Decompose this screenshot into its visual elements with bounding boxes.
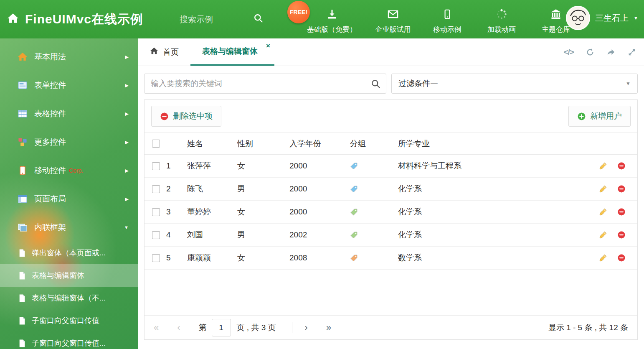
view-source-icon[interactable]: </> xyxy=(564,48,574,57)
column-header-group[interactable]: 分组 xyxy=(350,133,398,155)
filter-row: 过滤条件一 ▼ xyxy=(138,66,644,99)
free-badge: FREE! xyxy=(287,1,310,23)
row-index: 1 xyxy=(166,155,187,178)
row-checkbox[interactable] xyxy=(152,208,160,216)
share-icon[interactable] xyxy=(606,48,616,57)
delete-selected-button[interactable]: 删除选中项 xyxy=(151,106,221,127)
header-search-input[interactable] xyxy=(180,11,244,28)
sidebar-subitem-popup-window[interactable]: 弹出窗体（本页面或... xyxy=(0,242,138,264)
tab-bar: 首页 表格与编辑窗体 × </> xyxy=(138,38,644,66)
sidebar: 基本用法 ▶ 表单控件 ▶ 表格控件 ▶ xyxy=(0,38,138,349)
nav-enterprise-trial[interactable]: 企业版试用 xyxy=(375,8,411,34)
header-nav: 基础版（免费） 企业版试用 移动示例 加载动画 xyxy=(307,0,574,38)
major-link[interactable]: 材料科学与工程系 xyxy=(398,161,461,170)
tag-icon[interactable] xyxy=(350,162,398,170)
chevron-right-icon: ▶ xyxy=(125,196,129,202)
tab-home[interactable]: 首页 xyxy=(138,38,190,66)
row-checkbox[interactable] xyxy=(152,162,160,170)
delete-icon[interactable] xyxy=(617,231,626,239)
mail-icon xyxy=(387,8,399,22)
nav-basic-free[interactable]: 基础版（免费） xyxy=(307,8,357,34)
table-icon xyxy=(18,109,28,119)
next-page-button[interactable]: › xyxy=(305,323,308,332)
search-icon[interactable] xyxy=(371,79,381,91)
tag-icon[interactable] xyxy=(350,208,398,216)
major-link[interactable]: 数学系 xyxy=(398,253,422,262)
chevron-down-icon: ▼ xyxy=(626,81,631,87)
sidebar-item-basic-usage[interactable]: 基本用法 ▶ xyxy=(0,43,138,71)
sidebar-item-label: 表单控件 xyxy=(34,80,66,91)
app-window: FineUIMvc在线示例 FREE! 基础版（免费） 企业版试用 xyxy=(0,0,644,349)
row-checkbox[interactable] xyxy=(152,231,160,239)
tag-icon[interactable] xyxy=(350,231,398,239)
edit-icon[interactable] xyxy=(599,231,607,239)
row-checkbox[interactable] xyxy=(152,254,160,262)
blocks-icon xyxy=(18,137,28,147)
chevron-right-icon: ▶ xyxy=(125,83,129,88)
add-user-button[interactable]: 新增用户 xyxy=(568,106,631,127)
column-header-gender[interactable]: 性别 xyxy=(237,133,289,155)
edit-icon[interactable] xyxy=(599,208,607,216)
sidebar-item-page-layout[interactable]: 页面布局 ▶ xyxy=(0,185,138,213)
delete-icon[interactable] xyxy=(617,208,626,216)
sidebar-subitem-child-to-parent-2[interactable]: 子窗口向父窗口传值... xyxy=(0,332,138,349)
tag-icon[interactable] xyxy=(350,254,398,262)
keyword-search-input[interactable] xyxy=(144,74,386,94)
major-link[interactable]: 化学系 xyxy=(398,184,422,193)
row-name: 陈飞 xyxy=(187,178,237,201)
column-header-actions xyxy=(589,133,637,155)
sidebar-subitem-child-to-parent[interactable]: 子窗口向父窗口传值 xyxy=(0,309,138,332)
sidebar-subitem-grid-edit-window[interactable]: 表格与编辑窗体 xyxy=(0,264,138,287)
delete-icon[interactable] xyxy=(617,254,626,262)
table-row: 5 康颖颖 女 2008 数学系 xyxy=(145,247,637,270)
edit-icon[interactable] xyxy=(599,254,607,262)
sidebar-item-mobile-controls[interactable]: 移动控件 Corp. ▶ xyxy=(0,156,138,185)
tab-grid-edit-window[interactable]: 表格与编辑窗体 × xyxy=(190,38,274,66)
sidebar-item-iframe[interactable]: 内联框架 ▼ xyxy=(0,213,138,242)
nav-loading-animation[interactable]: 加载动画 xyxy=(484,8,520,34)
close-icon[interactable]: × xyxy=(266,42,270,50)
home-icon xyxy=(150,46,159,58)
major-link[interactable]: 化学系 xyxy=(398,230,422,239)
layout-icon xyxy=(18,194,28,204)
expand-icon[interactable] xyxy=(627,48,636,57)
tag-icon[interactable] xyxy=(350,185,398,193)
row-gender: 女 xyxy=(237,155,289,178)
row-checkbox[interactable] xyxy=(152,185,160,193)
nav-label: 基础版（免费） xyxy=(307,25,357,34)
sidebar-item-form-controls[interactable]: 表单控件 ▶ xyxy=(0,71,138,99)
sidebar-nav: 基本用法 ▶ 表单控件 ▶ 表格控件 ▶ xyxy=(0,38,138,349)
prev-page-button[interactable]: ‹ xyxy=(177,323,180,332)
user-menu[interactable]: 三生石上 ▼ xyxy=(566,6,638,30)
plus-circle-icon xyxy=(577,112,586,121)
sidebar-item-grid-controls[interactable]: 表格控件 ▶ xyxy=(0,99,138,128)
pagination-bar: « ‹ 第 页 , 共 3 页 › » 显示 1 - 5 条 , 共 12 条 xyxy=(145,315,637,339)
table-row: 3 董婷婷 女 2000 化学系 xyxy=(145,201,637,224)
first-page-button[interactable]: « xyxy=(154,323,159,332)
grid-toolbar: 删除选中项 新增用户 xyxy=(145,100,637,132)
filter-dropdown[interactable]: 过滤条件一 ▼ xyxy=(391,74,638,94)
column-header-major[interactable]: 所学专业 xyxy=(398,133,589,155)
major-link[interactable]: 化学系 xyxy=(398,207,422,216)
nav-mobile-demo[interactable]: 移动示例 xyxy=(429,8,465,34)
select-all-checkbox[interactable] xyxy=(152,140,160,148)
delete-icon[interactable] xyxy=(617,185,626,193)
search-icon[interactable] xyxy=(254,13,264,25)
refresh-icon[interactable] xyxy=(586,48,595,57)
home-icon xyxy=(7,12,19,26)
header-search xyxy=(180,10,264,28)
sidebar-subitem-grid-edit-window-2[interactable]: 表格与编辑窗体（不... xyxy=(0,287,138,309)
column-header-year[interactable]: 入学年份 xyxy=(289,133,350,155)
delete-icon[interactable] xyxy=(617,162,626,170)
column-header-name[interactable]: 姓名 xyxy=(187,133,237,155)
page-suffix-label: 页 , 共 3 页 xyxy=(237,322,276,333)
sidebar-item-more-controls[interactable]: 更多控件 ▶ xyxy=(0,128,138,156)
edit-icon[interactable] xyxy=(599,162,607,170)
brand[interactable]: FineUIMvc在线示例 xyxy=(7,0,143,38)
page-number-input[interactable] xyxy=(212,319,231,336)
edit-icon[interactable] xyxy=(599,185,607,193)
top-header: FineUIMvc在线示例 FREE! 基础版（免费） 企业版试用 xyxy=(0,0,644,38)
user-name: 三生石上 xyxy=(595,13,629,24)
sidebar-subitem-label: 表格与编辑窗体（不... xyxy=(32,293,106,303)
last-page-button[interactable]: » xyxy=(326,323,331,332)
